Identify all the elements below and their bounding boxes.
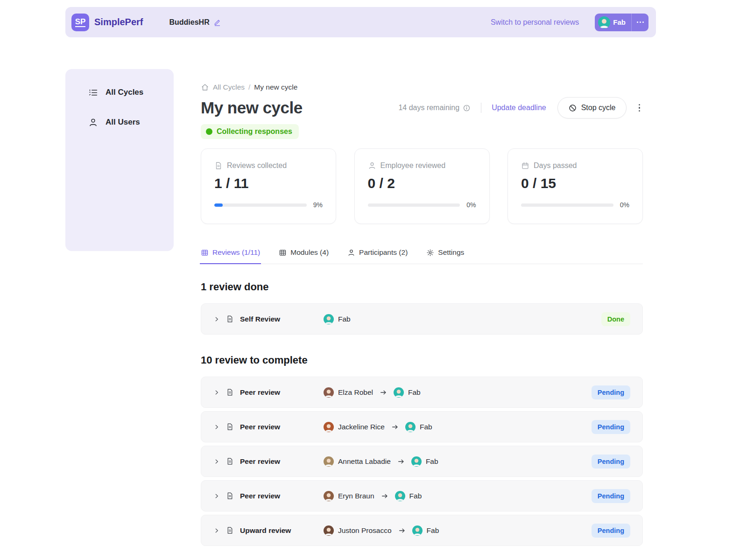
stat-value: 1 / 11 [214,175,323,191]
reviewer-name: Jackeline Rice [338,423,385,431]
status-text: Collecting responses [217,127,292,136]
review-type: Peer review [240,457,280,466]
review-type: Peer review [240,388,280,397]
avatar [324,314,334,324]
user-name: Fab [613,18,626,26]
reviewer-name: Annetta Labadie [338,457,391,466]
review-row[interactable]: Peer review Eryn Braun Fab Pending [201,480,643,511]
arrow-right-icon [398,527,406,534]
avatar [324,422,334,432]
reviewee-name: Fab [426,457,438,466]
progress-percent: 0% [620,201,629,209]
review-type: Peer review [240,492,280,500]
avatar [405,422,416,432]
user-avatar [598,16,610,28]
progress-bar [214,203,307,207]
chevron-right-icon[interactable] [213,458,220,465]
progress-bar [521,203,613,207]
breadcrumb-current: My new cycle [254,83,297,91]
edit-workspace-icon[interactable] [213,18,221,26]
person-name: Fab [338,315,351,323]
reviewee-name: Fab [409,492,422,500]
user-icon [368,161,376,170]
vertical-divider [481,103,481,113]
home-icon [201,83,209,91]
section-heading-done: 1 review done [201,281,643,293]
ban-icon [568,104,577,112]
status-badge-done: Done [601,312,630,326]
workspace-name: BuddiesHR [169,18,209,27]
info-icon[interactable] [463,104,471,112]
sidebar-item-all-cycles[interactable]: All Cycles [88,83,174,102]
gear-icon [426,249,434,257]
stat-label: Reviews collected [227,161,287,170]
sidebar: All Cycles All Users [65,69,174,251]
title-actions: 14 days remaining Update deadline Stop c… [398,97,643,119]
chevron-right-icon[interactable] [213,424,220,430]
arrow-right-icon [391,423,399,431]
user-icon [347,249,355,257]
sidebar-item-all-users[interactable]: All Users [88,113,174,132]
arrow-right-icon [380,389,387,396]
update-deadline-link[interactable]: Update deadline [492,104,546,112]
progress-bar [368,203,460,207]
arrow-right-icon [381,492,388,500]
status-badge-pending: Pending [592,489,630,503]
reviewer-name: Eryn Braun [338,492,374,500]
reviewee-name: Fab [427,526,439,535]
reviewee-name: Fab [420,423,432,431]
stat-value: 0 / 2 [368,175,476,191]
chevron-right-icon[interactable] [213,316,220,322]
table-icon [201,249,209,257]
breadcrumb: All Cycles / My new cycle [201,83,643,91]
review-row[interactable]: Peer review Elza Robel Fab Pending [201,377,643,408]
review-row[interactable]: Peer review Annetta Labadie Fab Pending [201,446,643,477]
tab-reviews[interactable]: Reviews (1/11) [201,248,260,264]
chevron-right-icon[interactable] [213,493,220,499]
stat-value: 0 / 15 [521,175,629,191]
status-badge-pending: Pending [592,455,630,469]
reviewer-name: Elza Robel [338,388,373,397]
tab-modules[interactable]: Modules (4) [279,248,329,264]
stop-cycle-label: Stop cycle [581,104,616,112]
avatar [324,491,334,501]
document-icon [226,457,234,465]
app-logo-text: SP [75,18,86,27]
sidebar-item-label: All Cycles [106,88,143,97]
stat-card-days-passed: Days passed 0 / 15 0% [507,148,643,224]
document-icon [226,492,234,500]
review-row[interactable]: Peer review Jackeline Rice Fab Pending [201,411,643,442]
app-header: SP SimplePerf BuddiesHR Switch to person… [65,7,656,37]
switch-to-personal-reviews-link[interactable]: Switch to personal reviews [491,18,579,27]
reviewer-name: Juston Prosacco [338,526,392,535]
avatar [395,491,405,501]
chevron-right-icon[interactable] [213,389,220,396]
days-remaining-text: 14 days remaining [398,104,459,112]
user-menu-button[interactable]: Fab [595,14,648,31]
brand-name: SimplePerf [94,17,143,28]
avatar [324,387,334,398]
tabs: Reviews (1/11) Modules (4) Participants … [201,248,643,264]
tab-settings[interactable]: Settings [426,248,464,264]
review-type: Peer review [240,423,280,431]
reviewee-name: Fab [408,388,421,397]
avatar [411,456,422,467]
stat-card-reviews-collected: Reviews collected 1 / 11 9% [201,148,336,224]
document-icon [226,388,234,396]
tab-label: Modules (4) [290,248,329,257]
review-row-self[interactable]: Self Review Fab Done [201,303,643,335]
progress-percent: 0% [466,201,476,209]
breadcrumb-all-cycles[interactable]: All Cycles [213,83,245,91]
stop-cycle-button[interactable]: Stop cycle [557,97,627,119]
main-content: All Cycles / My new cycle My new cycle 1… [201,83,643,549]
kebab-menu-icon[interactable] [636,101,643,115]
list-icon [88,88,98,98]
sidebar-item-label: All Users [106,118,140,127]
tab-participants[interactable]: Participants (2) [347,248,408,264]
avatar [394,387,404,398]
more-options-icon[interactable] [632,14,648,31]
chevron-right-icon[interactable] [213,527,220,534]
document-icon [226,526,234,534]
review-type: Upward review [240,526,291,535]
review-row[interactable]: Upward review Juston Prosacco Fab Pendin… [201,515,643,546]
